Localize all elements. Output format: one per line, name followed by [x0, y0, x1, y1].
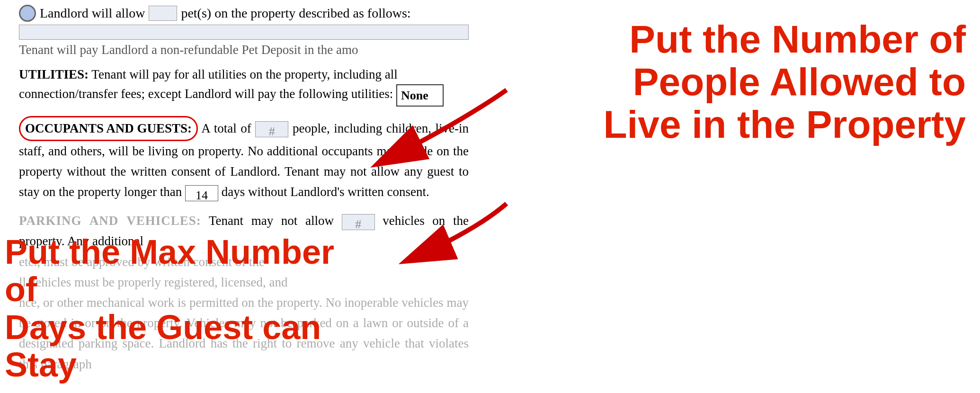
occupants-text-before: A total of	[201, 121, 255, 135]
annotation-bottom-line1: Put the Max Number of	[5, 233, 336, 308]
deposit-text: Tenant will pay Landlord a non-refundabl…	[19, 43, 469, 57]
pet-description-input[interactable]	[19, 25, 469, 40]
parking-text-1: Tenant may not allow	[209, 214, 342, 228]
pet-count-input[interactable]	[149, 6, 177, 21]
radio-button[interactable]	[19, 5, 36, 22]
pet-section: Landlord will allow pet(s) on the proper…	[19, 5, 469, 22]
people-count-input[interactable]: #	[255, 121, 288, 137]
annotation-days: Put the Max Number of Days the Guest can…	[5, 233, 336, 384]
parking-label: PARKING AND VEHICLES:	[19, 214, 201, 228]
pet-text-before: Landlord will allow	[40, 6, 145, 21]
annotation-title: Put the Number of People Allowed to Live…	[521, 18, 966, 146]
occupants-label: OCCUPANTS AND GUESTS:	[19, 116, 198, 141]
arrow-people-svg	[294, 85, 530, 180]
annotation-line2: People Allowed to	[521, 61, 966, 103]
guest-days-input[interactable]: 14	[185, 185, 218, 201]
utilities-label: UTILITIES:	[19, 67, 89, 81]
annotation-line3: Live in the Property	[521, 103, 966, 146]
occupants-text-after: days without Landlord's written consent.	[222, 185, 429, 199]
pet-text-after: pet(s) on the property described as foll…	[181, 6, 410, 21]
annotation-line1: Put the Number of	[521, 18, 966, 61]
annotation-bottom-line2: Days the Guest can Stay	[5, 309, 336, 384]
arrow-days-svg	[331, 199, 521, 275]
annotation-people: Put the Number of People Allowed to Live…	[507, 13, 980, 151]
